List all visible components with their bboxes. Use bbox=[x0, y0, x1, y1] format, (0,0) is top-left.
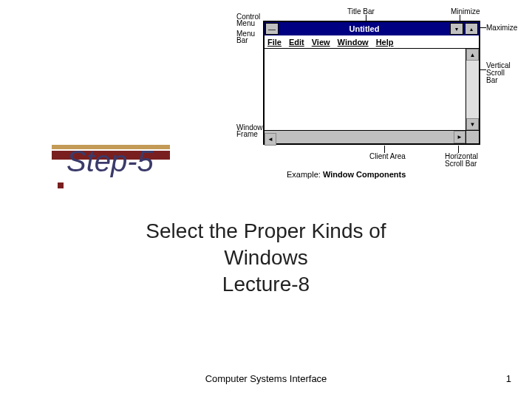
menu-window[interactable]: Window bbox=[338, 38, 369, 47]
label-menu-bar: Menu Bar bbox=[236, 30, 255, 44]
title-bar: — Untitled ▾ ▴ bbox=[265, 22, 479, 35]
diagram-caption: Example: Window Components bbox=[287, 170, 406, 179]
subtitle-line1: Select the Proper Kinds of bbox=[0, 218, 532, 245]
minimize-button[interactable]: ▾ bbox=[450, 23, 463, 35]
menu-edit[interactable]: Edit bbox=[289, 38, 304, 47]
label-client-area: Client Area bbox=[369, 153, 406, 160]
slide-title: Step-5 bbox=[66, 145, 154, 178]
menu-help[interactable]: Help bbox=[376, 38, 394, 47]
subtitle-line3: Lecture-8 bbox=[0, 271, 532, 298]
subtitle-line2: Windows bbox=[0, 245, 532, 271]
text: Bar bbox=[486, 77, 511, 84]
text: Scroll Bar bbox=[445, 160, 478, 168]
label-maximize: Maximize bbox=[486, 24, 517, 32]
menu-view[interactable]: View bbox=[312, 38, 330, 47]
label-window-frame: Window Frame bbox=[236, 124, 263, 137]
window-title: Untitled bbox=[279, 24, 449, 33]
page-number: 1 bbox=[506, 373, 511, 384]
text: Frame bbox=[236, 131, 263, 137]
scroll-down-icon[interactable]: ▼ bbox=[466, 118, 479, 130]
callout-line bbox=[480, 69, 486, 70]
text: Menu bbox=[236, 20, 260, 27]
label-vertical-scroll-bar: Vertical Scroll Bar bbox=[486, 62, 511, 84]
horizontal-scroll-bar[interactable]: ◄ ► bbox=[265, 130, 466, 143]
window-components-diagram: Title Bar Minimize Control Menu Maximize… bbox=[236, 7, 525, 177]
label-title-bar: Title Bar bbox=[347, 7, 375, 16]
scroll-up-icon[interactable]: ▲ bbox=[466, 49, 479, 61]
label-minimize: Minimize bbox=[451, 7, 480, 16]
caption-prefix: Example: bbox=[287, 170, 323, 179]
callout-line bbox=[366, 15, 366, 21]
callout-line bbox=[460, 15, 460, 21]
text: Client Area bbox=[369, 153, 406, 160]
label-control-menu: Control Menu bbox=[236, 13, 260, 27]
control-menu-icon[interactable]: — bbox=[265, 23, 279, 35]
vertical-scroll-bar[interactable]: ▲ ▼ bbox=[466, 49, 479, 130]
scroll-right-icon[interactable]: ► bbox=[454, 131, 466, 143]
scroll-track[interactable] bbox=[466, 61, 479, 118]
slide-subtitle: Select the Proper Kinds of Windows Lectu… bbox=[0, 218, 532, 298]
accent-notch bbox=[58, 183, 64, 188]
menu-file[interactable]: File bbox=[267, 38, 282, 47]
scroll-left-icon[interactable]: ◄ bbox=[265, 133, 276, 146]
maximize-button[interactable]: ▴ bbox=[465, 23, 478, 35]
footer-text: Computer Systems Interface bbox=[0, 373, 532, 384]
client-area bbox=[265, 49, 466, 130]
text: Bar bbox=[236, 37, 255, 44]
size-grip[interactable] bbox=[466, 130, 479, 143]
callout-line bbox=[480, 27, 486, 28]
caption-bold: Window Components bbox=[323, 170, 406, 179]
sample-window: — Untitled ▾ ▴ File Edit View Window Hel… bbox=[263, 21, 480, 145]
label-horizontal-scroll-bar: Horizontal Scroll Bar bbox=[445, 153, 478, 168]
menu-bar: File Edit View Window Help bbox=[265, 35, 479, 49]
